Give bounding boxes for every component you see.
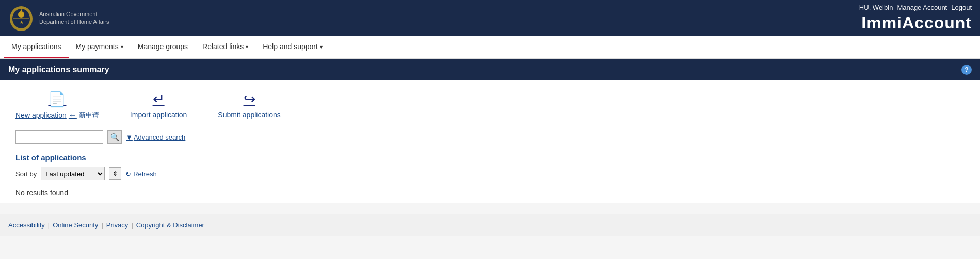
new-application-group: 📄 New application ← 新申请 — [15, 90, 99, 120]
nav-my-applications[interactable]: My applications — [4, 36, 69, 58]
logout-link[interactable]: Logout — [951, 4, 972, 11]
content-area: My applications summary ? 📄 New applicat… — [0, 59, 980, 203]
nav-my-payments[interactable]: My payments ▾ — [69, 36, 131, 58]
footer-copyright-link[interactable]: Copyright & Disclaimer — [136, 221, 204, 229]
list-title: List of applications — [15, 153, 965, 162]
footer-privacy-link[interactable]: Privacy — [106, 221, 128, 229]
sort-icon: ⇕ — [113, 170, 118, 177]
advanced-search-arrow-icon: ▼ — [126, 133, 133, 141]
refresh-link[interactable]: ↻ Refresh — [125, 170, 157, 178]
footer-sep-2: | — [101, 221, 103, 229]
summary-header-bar: My applications summary ? — [0, 59, 980, 80]
immi-account-title: ImmiAccount — [861, 13, 972, 33]
svg-point-2 — [18, 11, 24, 18]
gov-line2: Department of Home Affairs — [39, 18, 109, 26]
import-application-button[interactable]: ↵ Import application — [130, 90, 187, 119]
search-icon: 🔍 — [110, 133, 119, 141]
action-buttons-area: 📄 New application ← 新申请 ↵ Import applica… — [0, 80, 980, 130]
main-nav: My applications My payments ▾ Manage gro… — [0, 36, 980, 59]
sort-select[interactable]: Last updated Application type Status Lod… — [41, 167, 105, 180]
nav-help-support[interactable]: Help and support ▾ — [255, 36, 330, 58]
help-icon[interactable]: ? — [961, 65, 972, 75]
manage-account-link[interactable]: Manage Account — [897, 4, 947, 11]
new-application-chinese-label: 新申请 — [79, 111, 99, 120]
footer-sep-3: | — [131, 221, 133, 229]
refresh-icon: ↻ — [125, 170, 131, 178]
help-support-arrow-icon: ▾ — [320, 44, 323, 50]
footer-online-security-link[interactable]: Online Security — [53, 221, 98, 229]
footer-accessibility-link[interactable]: Accessibility — [8, 221, 45, 229]
footer: Accessibility | Online Security | Privac… — [0, 214, 980, 236]
footer-sep-1: | — [48, 221, 50, 229]
sort-order-button[interactable]: ⇕ — [109, 167, 121, 180]
search-area: 🔍 ▼ Advanced search — [0, 130, 980, 149]
summary-title: My applications summary — [8, 65, 109, 74]
svg-text:★: ★ — [20, 20, 24, 25]
gov-logo-icon: ★ — [8, 4, 34, 33]
import-application-icon: ↵ — [153, 90, 165, 108]
top-header: ★ Australian Government Department of Ho… — [0, 0, 980, 36]
new-application-button[interactable]: 📄 New application ← 新申请 — [15, 90, 99, 120]
advanced-search-link[interactable]: ▼ Advanced search — [126, 133, 185, 141]
list-section: List of applications Sort by Last update… — [0, 149, 980, 203]
sort-by-label: Sort by — [15, 170, 37, 178]
new-application-label-row: New application ← 新申请 — [15, 111, 99, 120]
sort-row: Sort by Last updated Application type St… — [15, 167, 965, 180]
submit-applications-icon: ↪ — [244, 90, 255, 108]
submit-applications-button[interactable]: ↪ Submit applications — [218, 90, 280, 119]
header-right: HU, Weibin Manage Account Logout ImmiAcc… — [859, 4, 972, 33]
related-links-arrow-icon: ▾ — [246, 44, 248, 50]
user-name: HU, Weibin — [859, 4, 893, 11]
gov-line1: Australian Government — [39, 10, 109, 18]
nav-manage-groups[interactable]: Manage groups — [131, 36, 195, 58]
new-application-arrow-icon: ← — [69, 111, 77, 120]
new-application-icon: 📄 — [48, 90, 66, 108]
nav-related-links[interactable]: Related links ▾ — [195, 36, 255, 58]
gov-text-block: Australian Government Department of Home… — [39, 10, 109, 26]
search-button[interactable]: 🔍 — [107, 130, 122, 144]
footer-links: Accessibility | Online Security | Privac… — [8, 221, 972, 229]
gov-brand: ★ Australian Government Department of Ho… — [8, 4, 109, 33]
user-nav: HU, Weibin Manage Account Logout — [859, 4, 972, 11]
my-payments-arrow-icon: ▾ — [121, 44, 123, 50]
no-results-message: No results found — [15, 187, 965, 199]
search-input[interactable] — [15, 130, 103, 144]
